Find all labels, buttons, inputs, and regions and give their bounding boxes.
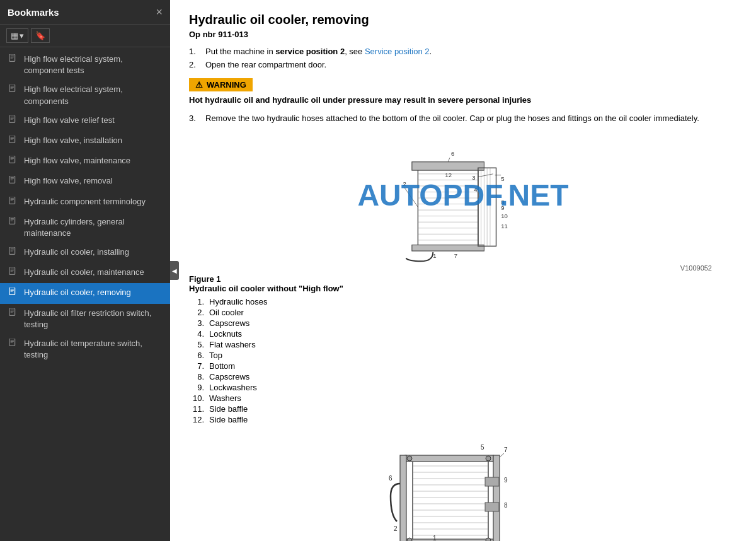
svg-rect-52 [418, 168, 478, 246]
step3-list: 3. Remove the two hydraulic hoses attach… [189, 113, 737, 123]
svg-rect-65 [412, 162, 484, 170]
bookmark-item-icon-5 [9, 156, 19, 168]
sidebar-item-13[interactable]: Hydraulic oil temperature switch, testin… [0, 334, 170, 364]
bookmark-icon: 🔖 [35, 31, 45, 40]
parts-list-item-1: 1.Hydraulic hoses [189, 297, 737, 306]
sidebar-item-1[interactable]: High flow electrical system, component t… [0, 50, 170, 80]
svg-rect-101 [405, 455, 493, 462]
svg-text:7: 7 [454, 252, 457, 259]
grid-icon: ▦ [11, 31, 18, 40]
svg-line-121 [500, 453, 504, 457]
figure1-diagram: 6 2 12 3 5 4 8 9 10 11 7 1 [384, 132, 542, 264]
sidebar-item-label-4: High flow valve, installation [24, 135, 164, 146]
svg-rect-104 [493, 455, 500, 541]
svg-rect-106 [485, 503, 499, 511]
warning-icon: ⚠ [195, 80, 203, 90]
svg-point-109 [407, 456, 412, 461]
sidebar-title: Bookmarks [8, 7, 59, 18]
parts-list-item-12: 12.Side baffle [189, 415, 737, 424]
step-1: 1. Put the machine in service position 2… [189, 47, 737, 56]
figure1-id: V1009052 [189, 264, 737, 272]
svg-rect-105 [485, 477, 499, 486]
step-2: 2. Open the rear compartment door. [189, 60, 737, 69]
sidebar-item-label-9: Hydraulic oil cooler, installing [24, 247, 164, 258]
svg-text:1: 1 [433, 252, 436, 259]
sidebar-item-12[interactable]: Hydraulic oil filter restriction switch,… [0, 304, 170, 334]
svg-text:6: 6 [389, 475, 392, 482]
sidebar-item-label-10: Hydraulic oil cooler, maintenance [24, 267, 164, 278]
figure1-title: Hydraulic oil cooler without "High flow" [189, 284, 343, 293]
parts-list-item-2: 2.Oil cooler [189, 308, 737, 317]
sidebar-item-label-6: High flow valve, removal [24, 175, 164, 187]
parts-list-item-11: 11.Side baffle [189, 404, 737, 414]
parts-list-item-4: 4.Locknuts [189, 329, 737, 339]
parts-list-item-8: 8.Capscrews [189, 372, 737, 381]
sidebar-view-button[interactable]: ▦ ▾ [6, 28, 28, 43]
parts-list-item-7: 7.Bottom [189, 361, 737, 371]
bookmark-item-icon-1 [9, 54, 19, 66]
svg-point-110 [486, 456, 491, 461]
svg-text:6: 6 [451, 150, 454, 157]
svg-point-108 [486, 538, 491, 541]
svg-text:1: 1 [433, 535, 437, 541]
svg-text:3: 3 [472, 174, 475, 181]
figure1-caption: Figure 1 Hydraulic oil cooler without "H… [189, 274, 737, 293]
main-content: Hydraulic oil cooler, removing Op nbr 91… [170, 0, 756, 541]
sidebar-item-3[interactable]: High flow valve relief test [0, 111, 170, 131]
sidebar-item-label-8: Hydraulic cylinders, general maintenance [24, 216, 164, 239]
bookmark-item-icon-12 [9, 308, 19, 320]
sidebar: Bookmarks × ▦ ▾ 🔖 High flow electrical s… [0, 0, 170, 541]
sidebar-item-9[interactable]: Hydraulic oil cooler, installing [0, 243, 170, 263]
warning-box: ⚠ WARNING [189, 78, 253, 91]
parts-list-item-9: 9.Lockwashers [189, 383, 737, 392]
bookmark-item-icon-11 [9, 288, 19, 300]
svg-text:5: 5 [501, 175, 504, 182]
bookmark-item-icon-8 [9, 217, 19, 229]
sidebar-item-label-7: Hydraulic component terminology [24, 196, 164, 207]
svg-line-85 [404, 187, 418, 207]
sidebar-item-5[interactable]: High flow valve, maintenance [0, 151, 170, 172]
svg-text:5: 5 [481, 444, 484, 451]
svg-text:11: 11 [501, 223, 508, 230]
sidebar-item-6[interactable]: High flow valve, removal [0, 172, 170, 192]
svg-line-86 [478, 174, 493, 177]
sidebar-item-label-1: High flow electrical system, component t… [24, 54, 164, 76]
svg-line-84 [448, 158, 450, 162]
bookmark-item-icon-7 [9, 197, 19, 209]
service-position-link[interactable]: Service position 2 [365, 47, 430, 56]
sidebar-collapse-button[interactable]: ◀ [170, 261, 179, 280]
svg-text:4: 4 [474, 186, 478, 193]
figure2-diagram: 7 5 2 1 6 9 8 4 4 3 [387, 433, 539, 541]
sidebar-toolbar: ▦ ▾ 🔖 [0, 25, 170, 47]
step-3: 3. Remove the two hydraulic hoses attach… [189, 113, 737, 123]
svg-text:10: 10 [501, 212, 508, 219]
sidebar-item-label-2: High flow electrical system, components [24, 84, 164, 107]
sidebar-item-7[interactable]: Hydraulic component terminology [0, 192, 170, 212]
sidebar-item-label-5: High flow valve, maintenance [24, 155, 164, 166]
sidebar-item-2[interactable]: High flow electrical system, components [0, 80, 170, 110]
steps-list: 1. Put the machine in service position 2… [189, 47, 737, 69]
sidebar-close-button[interactable]: × [156, 6, 163, 18]
sidebar-list[interactable]: High flow electrical system, component t… [0, 47, 170, 541]
parts-list-item-5: 5.Flat washers [189, 340, 737, 349]
svg-text:12: 12 [445, 172, 452, 178]
svg-text:9: 9 [501, 204, 504, 211]
svg-point-107 [407, 538, 412, 541]
bookmark-item-icon-10 [9, 267, 19, 279]
sidebar-item-8[interactable]: Hydraulic cylinders, general maintenance [0, 212, 170, 243]
bookmark-item-icon-4 [9, 136, 19, 148]
svg-text:9: 9 [504, 477, 508, 484]
sidebar-item-label-13: Hydraulic oil temperature switch, testin… [24, 338, 164, 361]
sidebar-item-label-12: Hydraulic oil filter restriction switch,… [24, 308, 164, 330]
svg-text:2: 2 [394, 525, 398, 532]
sidebar-item-4[interactable]: High flow valve, installation [0, 131, 170, 151]
figure1-container: AUTOPDF.NET [189, 132, 737, 272]
dropdown-arrow-icon: ▾ [20, 31, 24, 40]
sidebar-item-11[interactable]: Hydraulic oil cooler, removing [0, 283, 170, 303]
bookmark-item-icon-2 [9, 84, 19, 96]
sidebar-item-10[interactable]: Hydraulic oil cooler, maintenance [0, 263, 170, 283]
op-number: Op nbr 911-013 [189, 30, 737, 39]
svg-text:2: 2 [403, 180, 406, 187]
sidebar-bookmark-button[interactable]: 🔖 [31, 28, 50, 43]
bookmark-item-icon-6 [9, 176, 19, 188]
